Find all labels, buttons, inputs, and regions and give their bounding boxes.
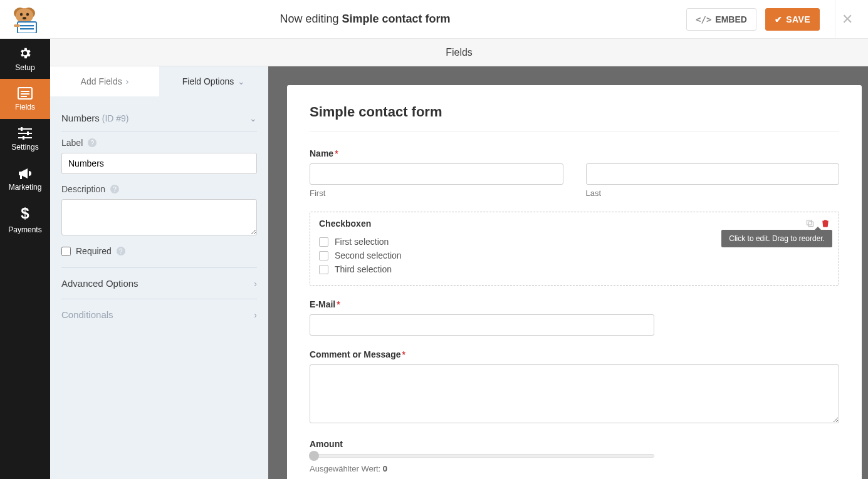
top-actions: </> EMBED ✔ SAVE ✕	[686, 0, 855, 39]
required-star: *	[402, 349, 405, 359]
first-name-input[interactable]	[310, 163, 563, 185]
svg-point-2	[16, 8, 33, 23]
svg-point-5	[23, 17, 26, 19]
form-name[interactable]: Simple contact form	[342, 13, 451, 25]
checkbox-icon	[319, 251, 328, 260]
conditionals-row[interactable]: Conditionals ›	[61, 299, 257, 330]
checkbox-label: Checkboxen	[319, 219, 371, 229]
svg-rect-16	[18, 137, 32, 138]
svg-rect-14	[18, 128, 32, 130]
svg-rect-12	[21, 93, 29, 95]
tab-add-fields[interactable]: Add Fields ›	[50, 66, 159, 96]
required-star: *	[337, 299, 340, 309]
field-section-header[interactable]: Numbers (ID #9) ⌄	[61, 105, 257, 131]
required-checkbox[interactable]	[61, 247, 71, 256]
editing-prefix: Now editing	[280, 13, 338, 25]
description-input[interactable]	[61, 199, 257, 235]
help-icon[interactable]: ?	[117, 247, 125, 255]
chevron-down-icon: ⌄	[238, 76, 245, 86]
chevron-right-icon: ›	[254, 279, 257, 289]
nav-payments[interactable]: $ Payments	[0, 199, 50, 239]
field-checkboxes[interactable]: Checkboxen Click to	[310, 212, 839, 286]
slider-thumb[interactable]	[309, 451, 319, 461]
help-icon[interactable]: ?	[110, 185, 119, 193]
description-row: Description ?	[61, 184, 257, 194]
field-name[interactable]: Name* First Last	[310, 148, 839, 198]
main: Setup Fields Settings Marketing $ Paymen…	[0, 39, 868, 479]
amount-label: Amount	[310, 439, 839, 449]
panel-tabs: Add Fields › Field Options ⌄	[50, 66, 268, 96]
options-panel: Add Fields › Field Options ⌄ Numbers (ID…	[50, 66, 268, 479]
svg-rect-17	[21, 127, 23, 131]
top-bar: Now editing Simple contact form </> EMBE…	[0, 0, 868, 39]
field-box-selected: Checkboxen Click to	[310, 212, 839, 286]
panel-body: Numbers (ID #9) ⌄ Label ? Description	[50, 96, 268, 479]
nav-setup[interactable]: Setup	[0, 39, 50, 79]
svg-rect-9	[14, 24, 20, 27]
nav-settings[interactable]: Settings	[0, 119, 50, 159]
svg-rect-21	[808, 222, 813, 227]
help-icon[interactable]: ?	[88, 138, 97, 147]
field-section-id: (ID #9)	[102, 113, 129, 123]
field-comment[interactable]: Comment or Message*	[310, 349, 839, 425]
canvas-wrap[interactable]: Simple contact form Name* First	[268, 66, 868, 479]
save-button[interactable]: ✔ SAVE	[765, 8, 820, 31]
form-title: Simple contact form	[310, 104, 839, 132]
svg-rect-15	[18, 133, 32, 134]
field-options-block: Label ? Description ? Required ?	[61, 131, 257, 268]
required-star: *	[335, 148, 338, 158]
last-name-input[interactable]	[586, 163, 840, 185]
check-icon: ✔	[775, 14, 782, 24]
svg-rect-20	[20, 175, 22, 179]
advanced-options-row[interactable]: Advanced Options ›	[61, 268, 257, 299]
page-title: Now editing Simple contact form	[44, 13, 686, 26]
center-column: Fields Add Fields › Field Options ⌄	[50, 39, 868, 479]
field-amount[interactable]: Amount Ausgewählter Wert: 0	[310, 439, 839, 473]
checkbox-option[interactable]: Second selection	[319, 249, 830, 262]
tab-field-options[interactable]: Field Options ⌄	[159, 66, 268, 96]
form-preview: Simple contact form Name* First	[287, 85, 862, 479]
amount-slider[interactable]	[310, 454, 654, 458]
field-email[interactable]: E-Mail*	[310, 299, 839, 336]
wpforms-logo-icon	[9, 6, 40, 33]
dollar-icon: $	[21, 205, 29, 222]
svg-rect-18	[27, 131, 29, 135]
svg-point-3	[20, 13, 23, 15]
embed-button[interactable]: </> EMBED	[686, 8, 756, 31]
trash-icon[interactable]	[821, 219, 830, 228]
checkbox-icon	[319, 265, 328, 274]
nav-marketing[interactable]: Marketing	[0, 159, 50, 199]
email-label: E-Mail*	[310, 299, 839, 309]
required-row: Required ?	[61, 237, 257, 256]
svg-point-4	[26, 13, 29, 15]
duplicate-icon[interactable]	[805, 219, 815, 228]
checkbox-option[interactable]: Third selection	[319, 262, 830, 276]
last-sublabel: Last	[586, 188, 840, 198]
svg-rect-6	[18, 22, 36, 33]
svg-rect-22	[807, 220, 812, 225]
chevron-right-icon: ›	[254, 310, 257, 320]
megaphone-icon	[18, 167, 33, 180]
side-nav: Setup Fields Settings Marketing $ Paymen…	[0, 39, 50, 479]
code-icon: </>	[696, 14, 711, 24]
close-button[interactable]: ✕	[835, 0, 855, 39]
workspace: Add Fields › Field Options ⌄ Numbers (ID…	[50, 66, 868, 479]
chevron-down-icon: ⌄	[249, 113, 257, 123]
close-icon: ✕	[842, 11, 853, 28]
sliders-icon	[18, 127, 32, 140]
field-section-name: Numbers	[61, 113, 100, 123]
label-row: Label ?	[61, 138, 257, 148]
nav-fields[interactable]: Fields	[0, 79, 50, 119]
first-sublabel: First	[310, 188, 563, 198]
comment-label: Comment or Message*	[310, 349, 839, 359]
section-header: Fields	[50, 39, 868, 66]
comment-textarea[interactable]	[310, 364, 839, 423]
checkbox-icon	[319, 237, 328, 247]
chevron-right-icon: ›	[126, 76, 129, 86]
svg-rect-7	[20, 25, 34, 26]
svg-rect-8	[20, 28, 34, 29]
label-input[interactable]	[61, 153, 257, 174]
svg-rect-11	[21, 91, 29, 92]
svg-rect-13	[21, 96, 27, 97]
email-input[interactable]	[310, 314, 654, 336]
